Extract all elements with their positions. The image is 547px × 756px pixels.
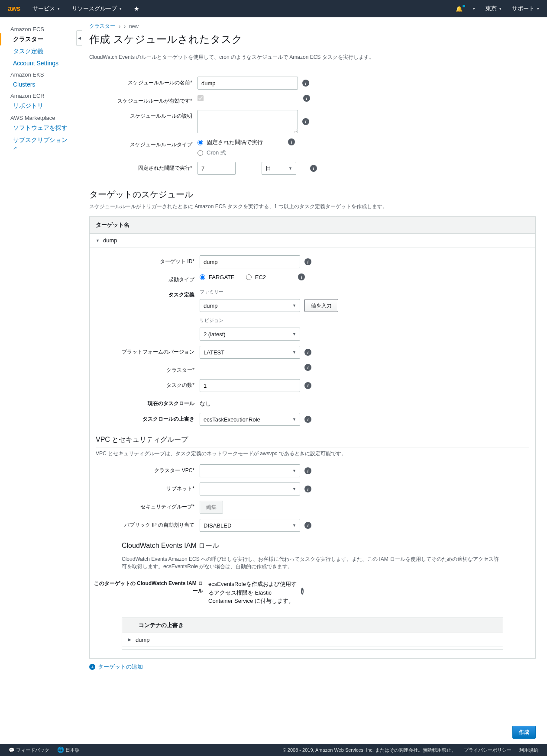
label-public-ip: パブリック IP の自動割り当て — [91, 519, 200, 529]
label-cwe-iam-role: このターゲットの CloudWatch Events IAM ロール — [91, 577, 208, 595]
public-ip-select[interactable]: DISABLED — [200, 519, 300, 532]
info-icon[interactable]: i — [304, 349, 311, 356]
sidebar-item-account-settings[interactable]: Account Settings — [0, 58, 78, 69]
subnet-select[interactable] — [200, 483, 300, 495]
info-icon[interactable]: i — [304, 486, 311, 492]
caret-down-icon: ▾ — [58, 6, 60, 11]
task-family-select[interactable]: dump — [200, 299, 300, 312]
targets-panel: ターゲット名 ▼ dump ターゲット ID* i 起動タイプ FARGATE — [89, 216, 536, 659]
notifications-bell-icon[interactable]: 🔔 — [456, 6, 463, 12]
sidebar-heading-marketplace: AWS Marketplace — [0, 112, 78, 122]
task-revision-select[interactable]: 2 (latest) — [200, 328, 300, 341]
info-icon[interactable]: i — [304, 467, 311, 474]
rule-name-input[interactable] — [197, 77, 298, 90]
aws-logo[interactable]: aws — [8, 5, 20, 13]
enter-value-button[interactable]: 値を入力 — [304, 299, 338, 312]
sidebar-heading-eks: Amazon EKS — [0, 69, 78, 79]
launch-type-fargate-label: FARGATE — [209, 274, 235, 280]
breadcrumb-clusters[interactable]: クラスター — [89, 23, 115, 30]
info-icon[interactable]: i — [304, 416, 311, 423]
task-count-input[interactable] — [200, 379, 300, 392]
sidebar-heading-ecr: Amazon ECR — [0, 90, 78, 100]
section-target-schedule-desc: スケジュールルールがトリガーされたときに Amazon ECS タスクを実行する… — [89, 203, 536, 210]
label-rule-enabled: スケジュールルールが有効です* — [89, 95, 197, 105]
iam-section-desc: CloudWatch Events Amazon ECS への呼び出しを実行し、… — [122, 553, 503, 570]
sidebar-heading-ecs: Amazon ECS — [0, 23, 78, 33]
sidebar-item-find-software[interactable]: ソフトウェアを探す — [0, 122, 78, 134]
taskrole-override-select[interactable]: ecsTaskExecutionRole — [200, 413, 300, 426]
launch-type-fargate-radio[interactable] — [200, 274, 205, 280]
label-subnet: サブネット* — [91, 483, 200, 492]
page-description: CloudWatch Events のルールとターゲットを使用して、cron の… — [89, 50, 536, 61]
sidebar: ◀ Amazon ECS クラスター タスク定義 Account Setting… — [0, 17, 78, 744]
caret-down-icon: ▾ — [499, 6, 502, 11]
info-icon[interactable]: i — [304, 382, 311, 389]
create-button[interactable]: 作成 — [512, 726, 536, 739]
target-id-input[interactable] — [200, 255, 300, 268]
fixed-interval-unit-select[interactable]: 日 — [262, 162, 296, 175]
sidebar-item-subscriptions[interactable]: サブスクリプション ↗ — [0, 134, 78, 153]
sg-edit-button[interactable]: 編集 — [200, 501, 223, 514]
sidebar-item-eks-clusters[interactable]: Clusters — [0, 79, 78, 90]
top-nav: aws サービス▾ リソースグループ▾ ★ 🔔 ▾ 東京▾ サポート▾ — [0, 0, 547, 17]
info-icon[interactable]: i — [302, 80, 309, 87]
label-security-group: セキュリティグループ* — [91, 501, 200, 511]
sidebar-item-clusters[interactable]: クラスター — [0, 33, 78, 45]
nav-account[interactable]: ▾ — [473, 6, 475, 11]
sidebar-item-task-definitions[interactable]: タスク定義 — [0, 45, 78, 58]
cluster-vpc-select[interactable] — [200, 464, 300, 477]
info-icon[interactable]: i — [304, 522, 311, 529]
nav-support[interactable]: サポート▾ — [512, 5, 539, 13]
breadcrumb-sep: › — [124, 23, 126, 29]
label-cluster: クラスター* — [91, 364, 200, 374]
info-icon[interactable]: i — [298, 273, 305, 280]
page-title: 作成 スケジュールされたタスク — [89, 32, 536, 46]
container-override-header: コンテナの上書き — [122, 618, 503, 633]
nav-resource-groups[interactable]: リソースグループ▾ — [72, 5, 122, 13]
info-icon[interactable]: i — [304, 364, 311, 371]
label-rule-name: スケジュールルールの名前* — [89, 77, 197, 87]
rule-type-fixed-radio[interactable] — [197, 140, 203, 145]
platform-version-select[interactable]: LATEST — [200, 346, 300, 359]
nav-pin-icon[interactable]: ★ — [134, 5, 139, 12]
caret-down-icon: ▾ — [473, 6, 475, 11]
vpc-section-title: VPC とセキュリティグループ — [96, 435, 529, 444]
rule-type-cron-radio[interactable] — [197, 150, 203, 156]
info-icon[interactable]: i — [304, 258, 311, 265]
caret-down-icon: ▾ — [537, 6, 539, 11]
launch-type-ec2-radio[interactable] — [246, 274, 252, 280]
add-target-link[interactable]: + ターゲットの追加 — [89, 663, 536, 671]
vpc-section-desc: VPC とセキュリティグループは、タスク定義のネットワークモードが awsvpc… — [96, 447, 529, 457]
breadcrumb: クラスター › › new — [89, 23, 536, 30]
container-override-row[interactable]: ▶ dump — [122, 633, 503, 647]
plus-icon: + — [89, 664, 95, 670]
label-cluster-vpc: クラスター VPC* — [91, 464, 200, 474]
info-icon[interactable]: i — [310, 165, 317, 172]
rule-desc-textarea[interactable] — [197, 110, 298, 133]
main-content: クラスター › › new 作成 スケジュールされたタスク CloudWatch… — [78, 17, 547, 744]
fixed-interval-input[interactable] — [197, 162, 236, 175]
label-fixed-interval: 固定された間隔で実行* — [89, 162, 197, 172]
label-current-task-role: 現在のタスクロール — [91, 397, 200, 407]
triangle-down-icon: ▼ — [96, 238, 100, 243]
label-taskrole-override: タスクロールの上書き — [91, 413, 200, 423]
nav-services[interactable]: サービス▾ — [32, 5, 60, 13]
caret-down-icon: ▾ — [120, 6, 122, 11]
rule-enabled-checkbox[interactable] — [197, 95, 204, 101]
breadcrumb-sep: › — [119, 23, 120, 29]
info-icon[interactable]: i — [301, 588, 304, 595]
info-icon[interactable]: i — [302, 118, 309, 125]
label-platform-version: プラットフォームのバージョン — [91, 346, 200, 356]
launch-type-ec2-label: EC2 — [255, 274, 266, 280]
label-task-definition: タスク定義 — [91, 289, 200, 299]
sidebar-item-repositories[interactable]: リポジトリ — [0, 100, 78, 112]
rule-type-fixed-label: 固定された間隔で実行 — [207, 138, 263, 146]
nav-region[interactable]: 東京▾ — [486, 5, 502, 13]
section-target-schedule-title: ターゲットのスケジュール — [89, 189, 536, 200]
external-link-icon: ↗ — [13, 145, 17, 151]
mini-label-family: ファミリー — [200, 289, 338, 295]
info-icon[interactable]: i — [303, 95, 310, 102]
target-row-toggle[interactable]: ▼ dump — [90, 234, 535, 248]
breadcrumb-current: new — [129, 23, 139, 29]
info-icon[interactable]: i — [288, 138, 295, 145]
